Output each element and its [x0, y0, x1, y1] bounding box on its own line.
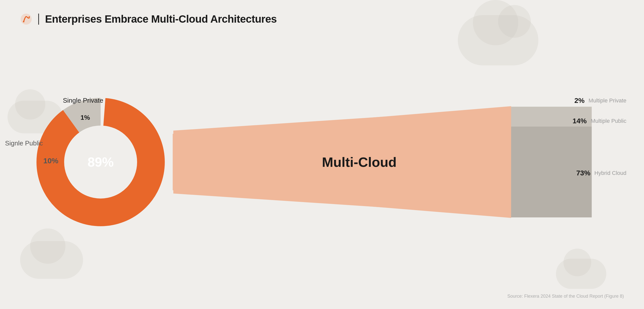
header: Enterprises Embrace Multi-Cloud Architec… [20, 13, 277, 25]
pct-multiple-public: 14% [572, 117, 587, 125]
label-10-pct: 10% [43, 157, 58, 165]
svg-point-1 [23, 21, 24, 22]
label-single-public: Signle Public [5, 139, 43, 147]
pct-hybrid-cloud: 73% [575, 169, 590, 177]
svg-point-0 [21, 14, 32, 25]
name-multiple-public: Multiple Public [591, 118, 626, 124]
breakdown-hybrid-cloud: 73% Hybrid Cloud [575, 169, 626, 177]
multi-cloud-label: Multi-Cloud [322, 154, 397, 170]
breakdown-multiple-private: 2% Multiple Private [570, 97, 626, 105]
name-multiple-private: Multiple Private [589, 97, 626, 104]
source-attribution: Source: Flexera 2024 State of the Cloud … [507, 294, 624, 299]
donut-chart: 89% Signle Public 10% Single Private 1% [30, 92, 171, 233]
flexera-logo-icon [20, 13, 32, 25]
label-1-pct: 1% [80, 114, 90, 122]
name-hybrid-cloud: Hybrid Cloud [594, 170, 626, 176]
header-divider [38, 14, 39, 25]
page-title: Enterprises Embrace Multi-Cloud Architec… [45, 13, 277, 25]
donut-center-label: 89% [88, 155, 114, 169]
bar-rect-multiple-private [511, 107, 592, 109]
overlay-layer: Multi-Cloud 2% Multiple Private 14% Mult… [164, 92, 629, 233]
label-single-private: Single Private [63, 97, 103, 104]
breakdown-multiple-public: 14% Multiple Public [572, 117, 626, 125]
funnel-and-bar: Multi-Cloud 2% Multiple Private 14% Mult… [164, 92, 629, 233]
chart-container: 89% Signle Public 10% Single Private 1% [15, 40, 629, 284]
pct-multiple-private: 2% [570, 97, 585, 105]
